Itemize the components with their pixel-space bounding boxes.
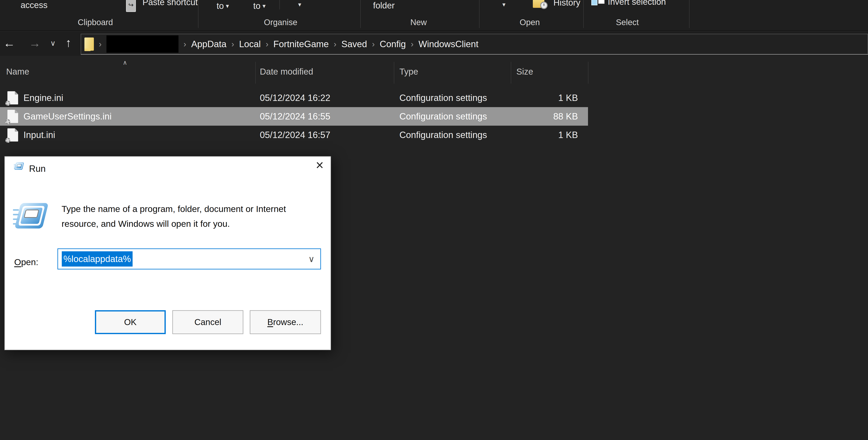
ribbon-group-organise: Organise: [264, 18, 297, 27]
ribbon-group-select: Select: [616, 18, 639, 27]
column-header-size[interactable]: Size: [516, 67, 533, 77]
breadcrumb-separator-icon: ›: [266, 39, 268, 49]
gear-icon: [5, 119, 10, 124]
close-icon[interactable]: ×: [316, 158, 324, 172]
history-button[interactable]: History: [553, 0, 580, 7]
column-header-name[interactable]: Name: [6, 67, 29, 77]
ribbon-button-divider: [279, 0, 280, 9]
paste-shortcut-icon: ↪: [126, 0, 136, 12]
file-type: Configuration settings: [399, 130, 487, 140]
gear-icon: [5, 101, 10, 106]
run-dialog: Run × Type the name of a program, folder…: [4, 156, 331, 350]
ribbon-group-divider: [689, 0, 689, 28]
ribbon-group-open: Open: [520, 18, 540, 27]
breadcrumb-user-redacted[interactable]: [106, 35, 179, 53]
breadcrumb-separator-icon: ›: [99, 39, 101, 49]
file-date-modified: 05/12/2024 16:55: [260, 111, 331, 121]
ribbon-group-divider: [583, 0, 584, 28]
breadcrumb-appdata[interactable]: AppData: [191, 39, 226, 49]
column-divider[interactable]: [394, 62, 394, 84]
properties-dropdown-caret-icon[interactable]: ▾: [502, 1, 505, 8]
dropdown-caret-icon: ▾: [262, 2, 266, 9]
ini-file-icon: [7, 91, 18, 105]
column-header-type[interactable]: Type: [399, 67, 418, 77]
breadcrumb-fortnitegame[interactable]: FortniteGame: [273, 39, 329, 49]
run-app-icon: [14, 162, 25, 171]
breadcrumb-separator-icon: ›: [183, 39, 186, 49]
file-row-gameusersettings-ini-selected[interactable]: GameUserSettings.ini 05/12/2024 16:55 Co…: [0, 107, 588, 126]
gear-icon: [5, 138, 10, 143]
shortcut-arrow-glyph: ↪: [128, 1, 133, 8]
ini-file-icon: [7, 110, 18, 123]
open-combobox[interactable]: %localappdata% ∨: [57, 248, 321, 269]
back-icon[interactable]: ←: [3, 37, 15, 49]
ribbon-group-clipboard: Clipboard: [78, 18, 113, 27]
column-divider[interactable]: [255, 62, 256, 84]
paste-shortcut-button[interactable]: Paste shortcut: [143, 0, 198, 7]
pin-to-quick-access-button[interactable]: access: [21, 0, 48, 10]
breadcrumb-separator-icon: ›: [231, 39, 234, 49]
ini-file-icon: [7, 128, 18, 142]
file-type: Configuration settings: [399, 93, 487, 103]
file-size: 1 KB: [506, 93, 583, 103]
dropdown-caret-icon: ▾: [226, 2, 229, 9]
forward-icon[interactable]: →: [29, 37, 41, 49]
browse-button[interactable]: Browse...: [250, 310, 321, 334]
new-folder-button[interactable]: folder: [373, 1, 395, 10]
file-date-modified: 05/12/2024 16:57: [260, 130, 331, 140]
ok-button[interactable]: OK: [95, 310, 166, 334]
file-name: Engine.ini: [24, 93, 63, 103]
copy-to-button[interactable]: to▾: [253, 1, 266, 11]
history-clock-icon: [540, 2, 548, 9]
dialog-description: Type the name of a program, folder, docu…: [62, 202, 296, 231]
file-name: GameUserSettings.ini: [24, 111, 112, 121]
move-to-button[interactable]: to▾: [217, 1, 229, 11]
invert-selection-icon: [591, 0, 605, 7]
combobox-chevron-icon[interactable]: ∨: [308, 254, 315, 264]
ribbon-group-divider: [360, 0, 361, 28]
open-field-label: Open:: [14, 257, 38, 267]
breadcrumb-config[interactable]: Config: [380, 39, 406, 49]
sort-ascending-icon: ∧: [123, 59, 127, 66]
up-icon[interactable]: ↑: [65, 37, 71, 49]
breadcrumb-separator-icon: ›: [334, 39, 336, 49]
breadcrumb-separator-icon: ›: [411, 39, 413, 49]
column-divider[interactable]: [511, 62, 511, 84]
breadcrumb-local[interactable]: Local: [239, 39, 261, 49]
file-row-engine-ini[interactable]: Engine.ini 05/12/2024 16:22 Configuratio…: [0, 89, 588, 107]
breadcrumb-windowsclient[interactable]: WindowsClient: [418, 39, 478, 49]
column-divider[interactable]: [588, 62, 588, 84]
file-row-input-ini[interactable]: Input.ini 05/12/2024 16:57 Configuration…: [0, 126, 588, 144]
file-type: Configuration settings: [399, 111, 487, 121]
file-name: Input.ini: [24, 130, 55, 140]
recent-locations-chevron-icon[interactable]: ∨: [50, 39, 56, 47]
column-header-date-modified[interactable]: Date modified: [260, 67, 313, 77]
dialog-title: Run: [29, 164, 46, 174]
ribbon-group-divider: [479, 0, 479, 28]
ribbon-group-divider: [198, 0, 198, 28]
cancel-button[interactable]: Cancel: [172, 310, 243, 334]
breadcrumb-saved[interactable]: Saved: [341, 39, 367, 49]
breadcrumb-separator-icon: ›: [372, 39, 375, 49]
invert-selection-button[interactable]: Invert selection: [608, 0, 666, 7]
ribbon-group-new: New: [410, 18, 427, 27]
file-date-modified: 05/12/2024 16:22: [260, 93, 331, 103]
explorer-window: access ↪ Paste shortcut to▾ to▾ ▾ folder…: [0, 0, 868, 440]
current-folder-icon: [85, 37, 94, 51]
address-bar[interactable]: › › AppData › Local › FortniteGame › Sav…: [81, 34, 868, 55]
run-app-icon-large: [13, 202, 50, 232]
file-size: 88 KB: [506, 111, 583, 121]
delete-dropdown-caret-icon[interactable]: ▾: [298, 1, 301, 8]
file-size: 1 KB: [506, 130, 583, 140]
open-input-selected-text[interactable]: %localappdata%: [62, 251, 132, 267]
